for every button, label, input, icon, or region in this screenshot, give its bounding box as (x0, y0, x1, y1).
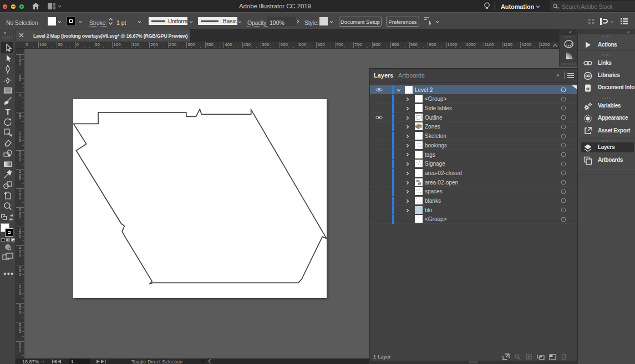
svg-text:T: T (5, 107, 10, 116)
